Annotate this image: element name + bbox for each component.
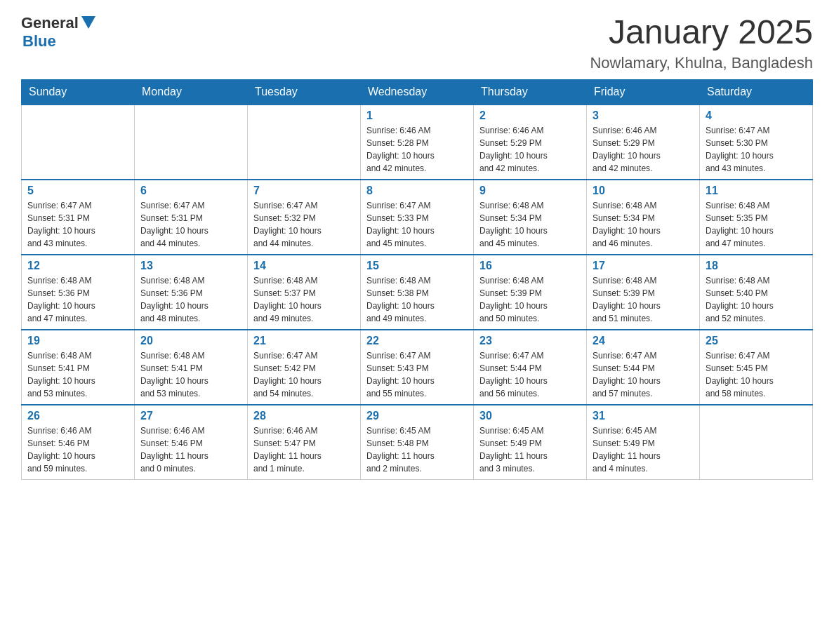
calendar-cell: 29Sunrise: 6:45 AM Sunset: 5:48 PM Dayli… bbox=[361, 405, 474, 480]
day-info: Sunrise: 6:48 AM Sunset: 5:36 PM Dayligh… bbox=[27, 274, 128, 325]
calendar-cell: 2Sunrise: 6:46 AM Sunset: 5:29 PM Daylig… bbox=[474, 105, 587, 180]
day-info: Sunrise: 6:48 AM Sunset: 5:39 PM Dayligh… bbox=[479, 274, 581, 325]
month-title: January 2025 bbox=[590, 14, 813, 51]
day-number: 29 bbox=[366, 410, 468, 422]
day-number: 27 bbox=[140, 410, 241, 422]
location-title: Nowlamary, Khulna, Bangladesh bbox=[590, 54, 813, 72]
day-info: Sunrise: 6:46 AM Sunset: 5:46 PM Dayligh… bbox=[140, 424, 241, 475]
day-number: 12 bbox=[27, 260, 128, 272]
day-info: Sunrise: 6:47 AM Sunset: 5:42 PM Dayligh… bbox=[253, 349, 355, 400]
weekday-header-wednesday: Wednesday bbox=[361, 79, 474, 105]
day-info: Sunrise: 6:47 AM Sunset: 5:32 PM Dayligh… bbox=[253, 199, 355, 250]
day-info: Sunrise: 6:48 AM Sunset: 5:40 PM Dayligh… bbox=[706, 274, 807, 325]
day-number: 21 bbox=[253, 335, 355, 347]
calendar-cell bbox=[22, 105, 135, 180]
weekday-header-monday: Monday bbox=[135, 79, 248, 105]
logo-triangle-icon bbox=[81, 16, 95, 29]
day-number: 22 bbox=[366, 335, 468, 347]
calendar-cell: 1Sunrise: 6:46 AM Sunset: 5:28 PM Daylig… bbox=[361, 105, 474, 180]
day-number: 10 bbox=[593, 185, 694, 197]
calendar-cell: 31Sunrise: 6:45 AM Sunset: 5:49 PM Dayli… bbox=[587, 405, 700, 480]
day-number: 4 bbox=[706, 109, 807, 122]
day-info: Sunrise: 6:47 AM Sunset: 5:30 PM Dayligh… bbox=[706, 124, 807, 175]
day-number: 20 bbox=[140, 335, 241, 347]
day-info: Sunrise: 6:47 AM Sunset: 5:43 PM Dayligh… bbox=[366, 349, 468, 400]
page-header: General Blue January 2025 Nowlamary, Khu… bbox=[21, 14, 813, 72]
day-info: Sunrise: 6:45 AM Sunset: 5:49 PM Dayligh… bbox=[479, 424, 581, 475]
week-row-1: 1Sunrise: 6:46 AM Sunset: 5:28 PM Daylig… bbox=[22, 105, 813, 180]
day-number: 24 bbox=[593, 335, 694, 347]
day-number: 28 bbox=[253, 410, 355, 422]
calendar-cell: 15Sunrise: 6:48 AM Sunset: 5:38 PM Dayli… bbox=[361, 255, 474, 330]
day-number: 8 bbox=[366, 185, 468, 197]
calendar-cell: 14Sunrise: 6:48 AM Sunset: 5:37 PM Dayli… bbox=[248, 255, 361, 330]
week-row-2: 5Sunrise: 6:47 AM Sunset: 5:31 PM Daylig… bbox=[22, 180, 813, 255]
logo-general-text: General bbox=[21, 14, 79, 32]
logo-blue-text: Blue bbox=[22, 32, 56, 51]
day-number: 1 bbox=[366, 109, 468, 122]
day-number: 19 bbox=[27, 335, 128, 347]
day-info: Sunrise: 6:48 AM Sunset: 5:41 PM Dayligh… bbox=[140, 349, 241, 400]
calendar-cell: 13Sunrise: 6:48 AM Sunset: 5:36 PM Dayli… bbox=[135, 255, 248, 330]
calendar-cell: 18Sunrise: 6:48 AM Sunset: 5:40 PM Dayli… bbox=[700, 255, 813, 330]
day-number: 6 bbox=[140, 185, 241, 197]
day-number: 16 bbox=[479, 260, 581, 272]
week-row-4: 19Sunrise: 6:48 AM Sunset: 5:41 PM Dayli… bbox=[22, 330, 813, 405]
calendar-cell bbox=[248, 105, 361, 180]
calendar-cell: 19Sunrise: 6:48 AM Sunset: 5:41 PM Dayli… bbox=[22, 330, 135, 405]
day-info: Sunrise: 6:48 AM Sunset: 5:34 PM Dayligh… bbox=[593, 199, 694, 250]
calendar-cell: 27Sunrise: 6:46 AM Sunset: 5:46 PM Dayli… bbox=[135, 405, 248, 480]
day-info: Sunrise: 6:45 AM Sunset: 5:49 PM Dayligh… bbox=[593, 424, 694, 475]
week-row-5: 26Sunrise: 6:46 AM Sunset: 5:46 PM Dayli… bbox=[22, 405, 813, 480]
calendar-cell: 26Sunrise: 6:46 AM Sunset: 5:46 PM Dayli… bbox=[22, 405, 135, 480]
day-info: Sunrise: 6:48 AM Sunset: 5:38 PM Dayligh… bbox=[366, 274, 468, 325]
calendar-cell: 17Sunrise: 6:48 AM Sunset: 5:39 PM Dayli… bbox=[587, 255, 700, 330]
calendar-cell: 25Sunrise: 6:47 AM Sunset: 5:45 PM Dayli… bbox=[700, 330, 813, 405]
week-row-3: 12Sunrise: 6:48 AM Sunset: 5:36 PM Dayli… bbox=[22, 255, 813, 330]
svg-marker-0 bbox=[81, 16, 95, 29]
day-info: Sunrise: 6:48 AM Sunset: 5:35 PM Dayligh… bbox=[706, 199, 807, 250]
day-info: Sunrise: 6:46 AM Sunset: 5:28 PM Dayligh… bbox=[366, 124, 468, 175]
day-info: Sunrise: 6:48 AM Sunset: 5:39 PM Dayligh… bbox=[593, 274, 694, 325]
calendar-cell: 24Sunrise: 6:47 AM Sunset: 5:44 PM Dayli… bbox=[587, 330, 700, 405]
day-info: Sunrise: 6:47 AM Sunset: 5:31 PM Dayligh… bbox=[27, 199, 128, 250]
weekday-header-thursday: Thursday bbox=[474, 79, 587, 105]
day-number: 14 bbox=[253, 260, 355, 272]
day-info: Sunrise: 6:46 AM Sunset: 5:47 PM Dayligh… bbox=[253, 424, 355, 475]
calendar-cell bbox=[700, 405, 813, 480]
calendar-cell: 7Sunrise: 6:47 AM Sunset: 5:32 PM Daylig… bbox=[248, 180, 361, 255]
day-number: 9 bbox=[479, 185, 581, 197]
calendar-cell: 23Sunrise: 6:47 AM Sunset: 5:44 PM Dayli… bbox=[474, 330, 587, 405]
calendar-table: SundayMondayTuesdayWednesdayThursdayFrid… bbox=[21, 79, 813, 480]
day-number: 18 bbox=[706, 260, 807, 272]
calendar-cell: 9Sunrise: 6:48 AM Sunset: 5:34 PM Daylig… bbox=[474, 180, 587, 255]
day-info: Sunrise: 6:45 AM Sunset: 5:48 PM Dayligh… bbox=[366, 424, 468, 475]
weekday-header-saturday: Saturday bbox=[700, 79, 813, 105]
calendar-cell: 30Sunrise: 6:45 AM Sunset: 5:49 PM Dayli… bbox=[474, 405, 587, 480]
day-info: Sunrise: 6:48 AM Sunset: 5:41 PM Dayligh… bbox=[27, 349, 128, 400]
day-number: 31 bbox=[593, 410, 694, 422]
day-info: Sunrise: 6:46 AM Sunset: 5:29 PM Dayligh… bbox=[593, 124, 694, 175]
calendar-cell: 21Sunrise: 6:47 AM Sunset: 5:42 PM Dayli… bbox=[248, 330, 361, 405]
calendar-cell: 3Sunrise: 6:46 AM Sunset: 5:29 PM Daylig… bbox=[587, 105, 700, 180]
day-info: Sunrise: 6:47 AM Sunset: 5:31 PM Dayligh… bbox=[140, 199, 241, 250]
day-number: 17 bbox=[593, 260, 694, 272]
day-number: 5 bbox=[27, 185, 128, 197]
weekday-header-friday: Friday bbox=[587, 79, 700, 105]
day-info: Sunrise: 6:46 AM Sunset: 5:29 PM Dayligh… bbox=[479, 124, 581, 175]
day-info: Sunrise: 6:48 AM Sunset: 5:37 PM Dayligh… bbox=[253, 274, 355, 325]
day-number: 7 bbox=[253, 185, 355, 197]
day-number: 13 bbox=[140, 260, 241, 272]
day-info: Sunrise: 6:46 AM Sunset: 5:46 PM Dayligh… bbox=[27, 424, 128, 475]
weekday-header-sunday: Sunday bbox=[22, 79, 135, 105]
day-number: 23 bbox=[479, 335, 581, 347]
day-info: Sunrise: 6:47 AM Sunset: 5:45 PM Dayligh… bbox=[706, 349, 807, 400]
calendar-cell: 8Sunrise: 6:47 AM Sunset: 5:33 PM Daylig… bbox=[361, 180, 474, 255]
calendar-cell: 4Sunrise: 6:47 AM Sunset: 5:30 PM Daylig… bbox=[700, 105, 813, 180]
day-number: 15 bbox=[366, 260, 468, 272]
day-number: 2 bbox=[479, 109, 581, 122]
day-number: 3 bbox=[593, 109, 694, 122]
day-number: 26 bbox=[27, 410, 128, 422]
calendar-cell: 12Sunrise: 6:48 AM Sunset: 5:36 PM Dayli… bbox=[22, 255, 135, 330]
weekday-header-tuesday: Tuesday bbox=[248, 79, 361, 105]
